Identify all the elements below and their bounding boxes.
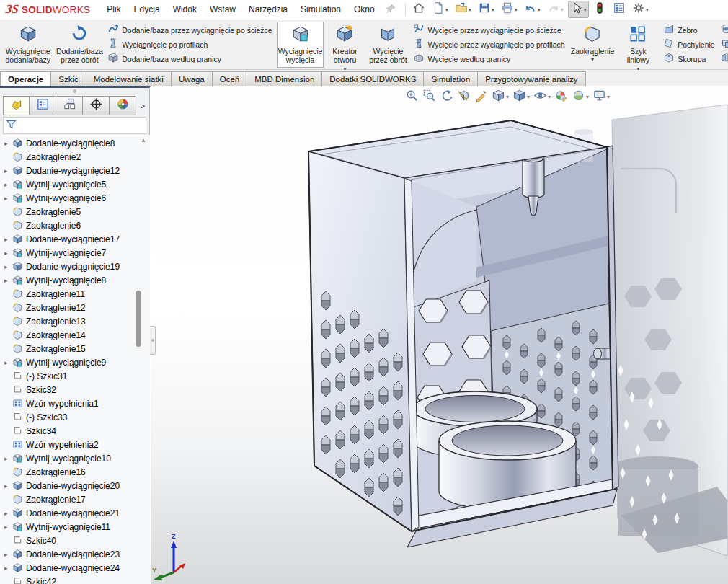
dropdown-caret-icon[interactable]: ▾ <box>445 6 448 13</box>
tree-item[interactable]: Zaokrąglenie15 <box>0 342 150 355</box>
tree-item[interactable]: ▸Dodanie-wyciągnięcie23 <box>0 547 150 561</box>
tab-szkic[interactable]: Szkic <box>50 71 85 87</box>
ribbon-button-hole-wizard[interactable]: Kreator otworu▾ <box>324 22 365 68</box>
display-style-button[interactable]: ▾ <box>512 88 531 106</box>
tab-modelowanie-siatki[interactable]: Modelowanie siatki <box>86 71 171 87</box>
tree-item[interactable]: ▸Wytnij-wyciągnięcie6 <box>0 191 150 205</box>
tree-item[interactable]: Szkic34 <box>0 424 150 438</box>
expand-arrow-icon[interactable]: ▸ <box>4 455 12 462</box>
tree-item[interactable]: Zaokrąglenie2 <box>0 150 150 164</box>
tab-przygotowywanie-analizy[interactable]: Przygotowywanie analizy <box>477 71 585 87</box>
ribbon-button-cut-loft[interactable]: Wycięcie przez wyciągnięcie po profilach <box>413 37 564 52</box>
tree-item[interactable]: ▸Wytnij-wyciągnięcie9 <box>0 355 150 369</box>
menu-edycja[interactable]: Edycja <box>128 0 167 19</box>
ribbon-button-revolve[interactable]: Dodanie/baza przez obrót <box>54 22 105 68</box>
expand-arrow-icon[interactable]: ▸ <box>4 263 12 270</box>
dropdown-caret-icon[interactable]: ▾ <box>469 6 471 13</box>
section-view-button[interactable] <box>456 88 471 106</box>
ribbon-button-cut-boundary[interactable]: Wycięcie według granicy <box>413 52 564 66</box>
cad-model[interactable] <box>151 86 728 584</box>
tree-item[interactable]: Zaokrąglenie12 <box>0 301 150 314</box>
expand-arrow-icon[interactable]: ▸ <box>4 167 12 174</box>
manager-tab-propertymanager[interactable] <box>30 96 56 115</box>
expand-arrow-icon[interactable]: ▸ <box>4 565 12 572</box>
tree-item[interactable]: Zaokrąglenie11 <box>0 287 150 301</box>
tree-item[interactable]: ▸Wytnij-wyciągnięcie7 <box>0 246 150 260</box>
hide-show-items-button[interactable]: ▾ <box>533 88 551 106</box>
tree-item[interactable]: Zaokrąglenie13 <box>0 314 150 328</box>
dropdown-caret-icon[interactable]: ▾ <box>607 94 610 100</box>
panel-splitter-handle[interactable] <box>150 326 156 355</box>
ribbon-button-fillet[interactable]: Zaokrąglenie▾ <box>569 22 616 68</box>
menu-narzdzia[interactable]: Narzędzia <box>242 0 294 19</box>
manager-tab-configurationmanager[interactable] <box>56 96 83 115</box>
home-button[interactable] <box>410 1 427 18</box>
dropdown-caret-icon[interactable]: ▾ <box>515 6 518 13</box>
graphics-viewport[interactable]: ▾▾▾▾▾ Z Y <box>151 86 728 584</box>
tree-item[interactable]: ▸Dodanie-wyciągnięcie21 <box>0 506 150 520</box>
ribbon-button-cut-revolve[interactable]: Wycięcie przez obrót <box>365 22 410 68</box>
ribbon-button-linear-pattern[interactable]: Szyk liniowy▾ <box>616 22 661 68</box>
dropdown-caret-icon[interactable]: ▾ <box>548 94 551 100</box>
ribbon-button-draft[interactable]: Pochylenie <box>663 37 714 52</box>
expand-arrow-icon[interactable]: ▸ <box>4 277 12 284</box>
ribbon-button-loft[interactable]: Wyciągnięcie po profilach <box>107 37 272 52</box>
tab-uwaga[interactable]: Uwaga <box>171 71 212 87</box>
rebuild-traffic-light-button[interactable] <box>591 1 608 18</box>
tree-item[interactable]: ▸Wytnij-wyciągnięcie5 <box>0 177 150 191</box>
expand-arrow-icon[interactable]: ▸ <box>4 510 12 517</box>
print-button[interactable]: ▾ <box>499 1 520 18</box>
tab-operacje[interactable]: Operacje <box>0 71 50 87</box>
expand-arrow-icon[interactable]: ▸ <box>4 140 12 147</box>
expand-arrow-icon[interactable]: ▸ <box>4 359 12 366</box>
expand-arrow-icon[interactable]: ▸ <box>4 551 12 558</box>
tree-item[interactable]: ▸Dodanie-wyciągnięcie24 <box>0 561 150 575</box>
manager-tab-displaymanager[interactable] <box>110 96 136 115</box>
ribbon-button-cut-sweep[interactable]: Wycięcie przez wyciągnięcie po ścieżce <box>413 23 564 37</box>
manager-tab-dimxpertmanager[interactable] <box>83 96 110 115</box>
ribbon-button-shell[interactable]: Skorupa <box>663 52 714 66</box>
dropdown-caret-icon[interactable]: ▾ <box>561 6 564 13</box>
expand-arrow-icon[interactable]: ▸ <box>4 236 12 243</box>
tree-item[interactable]: (-) Szkic31 <box>0 369 150 383</box>
expand-arrow-icon[interactable]: ▸ <box>4 482 12 490</box>
ribbon-button-sweep[interactable]: Dodanie/baza przez wyciągnięcie po ścież… <box>107 23 272 37</box>
tree-item[interactable]: Szkic42 <box>0 575 150 584</box>
dropdown-caret-icon[interactable]: ▾ <box>646 6 649 13</box>
tree-item[interactable]: ▸Wytnij-wyciągnięcie11 <box>0 520 150 534</box>
tree-item[interactable]: ▸Dodanie-wyciągnięcie19 <box>0 260 150 273</box>
expand-arrow-icon[interactable]: ▸ <box>4 195 12 202</box>
tree-item[interactable]: Wzór wypełnienia2 <box>0 438 150 451</box>
tab-mbd-dimension[interactable]: MBD Dimension <box>247 71 321 87</box>
ribbon-button-boundary[interactable]: Dodanie/baza według granicy <box>107 52 272 66</box>
tree-scrollbar-thumb[interactable] <box>136 291 141 347</box>
tree-item[interactable]: Szkic40 <box>0 534 150 547</box>
ribbon-button-mirror[interactable]: Lustro <box>721 52 728 66</box>
dropdown-caret-icon[interactable]: ▾ <box>527 94 530 100</box>
dropdown-caret-icon[interactable]: ▾ <box>591 56 594 63</box>
tree-item[interactable]: ▸Dodanie-wyciągnięcie17 <box>0 232 150 246</box>
options-list-button[interactable] <box>611 1 628 18</box>
view-settings-button[interactable]: ▾ <box>592 88 611 106</box>
panel-grip[interactable] <box>0 88 149 94</box>
settings-gear-button[interactable]: ▾ <box>630 1 651 18</box>
tab-simulation[interactable]: Simulation <box>423 71 477 87</box>
tree-item[interactable]: (-) Szkic33 <box>0 410 150 424</box>
menu-simulation[interactable]: Simulation <box>294 0 347 19</box>
tab-oce-[interactable]: Oceń <box>212 71 247 87</box>
menu-plik[interactable]: Plik <box>100 0 127 19</box>
expand-arrow-icon[interactable]: ▸ <box>4 523 12 531</box>
tab-dodatki-solidworks[interactable]: Dodatki SOLIDWORKS <box>321 71 423 87</box>
save-button[interactable]: ▾ <box>476 1 497 18</box>
tree-item[interactable]: Zaokrąglenie17 <box>0 492 150 506</box>
manager-tabs-expand-chevron[interactable]: > <box>136 96 149 115</box>
zoom-to-area-button[interactable] <box>422 88 437 106</box>
undo-button[interactable]: ▾ <box>522 1 543 18</box>
tree-item[interactable]: ▸Wytnij-wyciągnięcie10 <box>0 451 150 465</box>
select-pointer-button[interactable]: ▾ <box>568 1 589 18</box>
tree-scroll-up[interactable]: ▲ <box>141 137 146 143</box>
dropdown-caret-icon[interactable]: ▾ <box>492 6 494 13</box>
open-button[interactable]: ▾ <box>453 1 474 18</box>
tree-item[interactable]: Wzór wypełnienia1 <box>0 397 150 410</box>
dropdown-caret-icon[interactable]: ▾ <box>584 6 587 13</box>
